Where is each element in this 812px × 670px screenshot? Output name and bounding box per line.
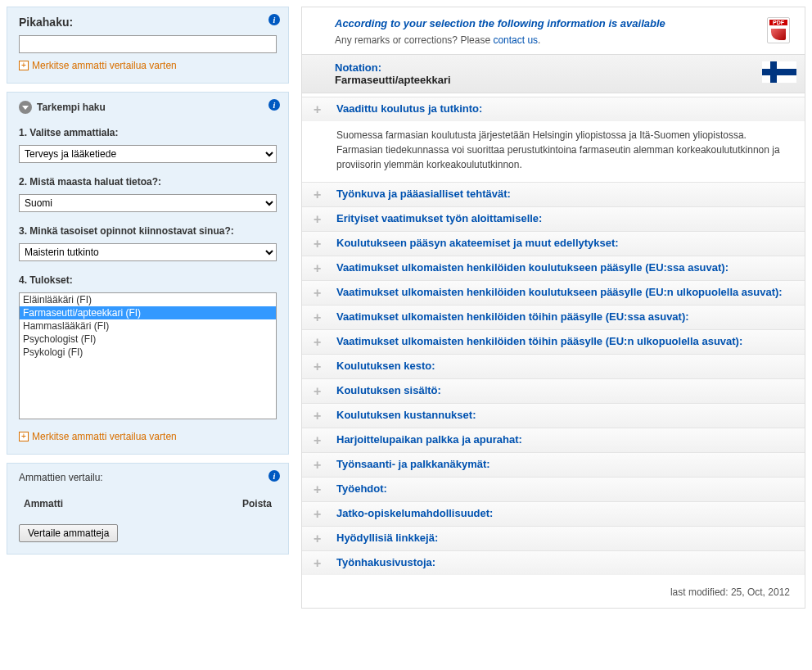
accordion-header[interactable]: + Vaadittu koulutus ja tutkinto: (302, 97, 805, 121)
accordion-item: +Hyödyllisiä linkkejä: (302, 526, 805, 550)
mark-profession-label: Merkitse ammatti vertailua varten (32, 431, 177, 442)
list-item[interactable]: Eläinlääkäri (FI) (20, 293, 276, 306)
accordion-title: Hyödyllisiä linkkejä: (336, 532, 438, 544)
notation-bar: Notation: Farmaseutti/apteekkari (302, 54, 805, 93)
accordion-title: Vaadittu koulutus ja tutkinto: (336, 102, 482, 115)
accordion-header[interactable]: +Harjoittelupaikan palkka ja apurahat: (302, 428, 805, 452)
expand-icon: + (314, 103, 325, 116)
accordion-item: +Vaatimukset ulkomaisten henkilöiden kou… (302, 280, 805, 305)
level-select[interactable]: Maisterin tutkinto (19, 243, 277, 261)
accordion-header[interactable]: +Työnhakusivustoja: (302, 551, 805, 575)
accordion-title: Työnhakusivustoja: (336, 556, 435, 568)
accordion-title: Koulutuksen kesto: (336, 360, 435, 372)
accordion-header[interactable]: +Koulutukseen pääsyn akateemiset ja muut… (302, 232, 805, 256)
expand-icon: + (314, 385, 325, 398)
quicksearch-panel: i Pikahaku: + Merkitse ammatti vertailua… (7, 7, 289, 84)
field-select[interactable]: Terveys ja lääketiede (19, 145, 277, 163)
contact-link[interactable]: contact us (493, 34, 538, 46)
expand-icon: + (314, 188, 325, 201)
accordion-title: Vaatimukset ulkomaisten henkilöiden koul… (336, 286, 783, 298)
accordion-header[interactable]: +Vaatimukset ulkomaisten henkilöiden töi… (302, 306, 805, 329)
expand-icon: + (314, 410, 325, 423)
info-icon[interactable]: i (268, 470, 280, 482)
accordion-item: +Koulutuksen sisältö: (302, 378, 805, 403)
col-remove: Poista (164, 493, 275, 514)
compare-table: Ammatti Poista (19, 491, 277, 516)
expand-icon: + (314, 311, 325, 324)
accordion-item: +Koulutukseen pääsyn akateemiset ja muut… (302, 231, 805, 256)
notation-label: Notation: (335, 61, 790, 74)
accordion-header[interactable]: +Hyödyllisiä linkkejä: (302, 527, 805, 550)
accordion-item: +Koulutuksen kustannukset: (302, 403, 805, 428)
expand-icon: + (314, 459, 325, 472)
list-item[interactable]: Psychologist (FI) (20, 333, 276, 346)
advanced-search-title: Tarkempi haku (37, 102, 106, 113)
expand-icon: + (314, 532, 325, 546)
accordion-header[interactable]: +Työnkuva ja pääasialliset tehtävät: (302, 183, 805, 206)
accordion-header[interactable]: +Koulutuksen kesto: (302, 355, 805, 378)
accordion-item: +Vaatimukset ulkomaisten henkilöiden töi… (302, 305, 805, 329)
list-item[interactable]: Psykologi (FI) (20, 346, 276, 359)
accordion-title: Vaatimukset ulkomaisten henkilöiden töih… (336, 310, 689, 323)
notation-value: Farmaseutti/apteekkari (335, 74, 790, 86)
accordion-item: +Harjoittelupaikan palkka ja apurahat: (302, 428, 805, 452)
accordion-item-expanded: + Vaadittu koulutus ja tutkinto: Suomess… (302, 97, 805, 182)
country-select[interactable]: Suomi (19, 194, 277, 212)
info-icon[interactable]: i (268, 99, 280, 111)
q4-label: 4. Tulokset: (19, 274, 277, 286)
compare-panel: i Ammattien vertailu: Ammatti Poista Ver… (7, 463, 289, 555)
accordion-header[interactable]: +Työnsaanti- ja palkkanäkymät: (302, 453, 805, 477)
compare-title: Ammattien vertailu: (19, 472, 277, 483)
expand-icon: + (314, 336, 325, 349)
accordion-title: Koulutuksen sisältö: (336, 384, 441, 396)
list-item[interactable]: Hammaslääkäri (FI) (20, 319, 276, 333)
q1-label: 1. Valitse ammattiala: (19, 127, 277, 138)
list-item[interactable]: Farmaseutti/apteekkari (FI) (20, 306, 276, 319)
quicksearch-input[interactable] (19, 35, 277, 53)
q2-label: 2. Mistä maasta haluat tietoa?: (19, 176, 277, 188)
accordion-header[interactable]: +Vaatimukset ulkomaisten henkilöiden kou… (302, 281, 805, 305)
accordion-item: +Erityiset vaatimukset työn aloittamisel… (302, 206, 805, 231)
chevron-down-icon[interactable] (19, 101, 32, 114)
accordion-title: Jatko-opiskelumahdollisuudet: (336, 507, 493, 519)
accordion-title: Erityiset vaatimukset työn aloittamisell… (336, 212, 542, 224)
plus-icon: + (19, 432, 29, 441)
accordion-title: Työnsaanti- ja palkkanäkymät: (336, 458, 490, 470)
expand-icon: + (314, 262, 325, 275)
accordion-header[interactable]: +Koulutuksen kustannukset: (302, 404, 805, 428)
mark-profession-link-2[interactable]: + Merkitse ammatti vertailua varten (19, 431, 177, 442)
last-modified: last modified: 25, Oct, 2012 (302, 575, 805, 598)
accordion-header[interactable]: +Koulutuksen sisältö: (302, 379, 805, 403)
accordion-header[interactable]: +Vaatimukset ulkomaisten henkilöiden kou… (302, 256, 805, 280)
mark-profession-link[interactable]: + Merkitse ammatti vertailua varten (19, 60, 177, 71)
expand-icon: + (314, 238, 325, 251)
expand-icon: + (314, 287, 325, 300)
accordion-item: +Vaatimukset ulkomaisten henkilöiden töi… (302, 329, 805, 354)
results-listbox[interactable]: Eläinlääkäri (FI)Farmaseutti/apteekkari … (19, 292, 277, 419)
detail-intro: According to your selection the followin… (335, 17, 790, 29)
accordion-header[interactable]: +Jatko-opiskelumahdollisuudet: (302, 502, 805, 526)
mark-profession-label: Merkitse ammatti vertailua varten (32, 60, 177, 71)
compare-button[interactable]: Vertaile ammatteja (19, 524, 118, 542)
info-icon[interactable]: i (268, 14, 280, 25)
detail-panel: According to your selection the followin… (301, 7, 805, 609)
accordion-item: +Työnhakusivustoja: (302, 550, 805, 575)
accordion-item: +Työehdot: (302, 477, 805, 501)
accordion-body: Suomessa farmasian koulutusta järjestetä… (302, 121, 805, 182)
expand-icon: + (314, 508, 325, 521)
expand-icon: + (314, 360, 325, 373)
accordion-item: +Vaatimukset ulkomaisten henkilöiden kou… (302, 256, 805, 280)
col-profession: Ammatti (20, 493, 162, 514)
accordion-title: Koulutukseen pääsyn akateemiset ja muut … (336, 237, 619, 249)
accordion-title: Koulutuksen kustannukset: (336, 409, 476, 421)
accordion-header[interactable]: +Vaatimukset ulkomaisten henkilöiden töi… (302, 330, 805, 354)
accordion-item: +Jatko-opiskelumahdollisuudet: (302, 501, 805, 526)
pdf-icon[interactable] (767, 17, 790, 43)
accordion-title: Työehdot: (336, 482, 387, 495)
accordion-header[interactable]: +Työehdot: (302, 478, 805, 501)
accordion-item: +Työnkuva ja pääasialliset tehtävät: (302, 182, 805, 206)
accordion-title: Vaatimukset ulkomaisten henkilöiden töih… (336, 335, 742, 347)
accordion-title: Työnkuva ja pääasialliset tehtävät: (336, 188, 511, 200)
accordion-title: Harjoittelupaikan palkka ja apurahat: (336, 433, 522, 446)
accordion-header[interactable]: +Erityiset vaatimukset työn aloittamisel… (302, 207, 805, 231)
